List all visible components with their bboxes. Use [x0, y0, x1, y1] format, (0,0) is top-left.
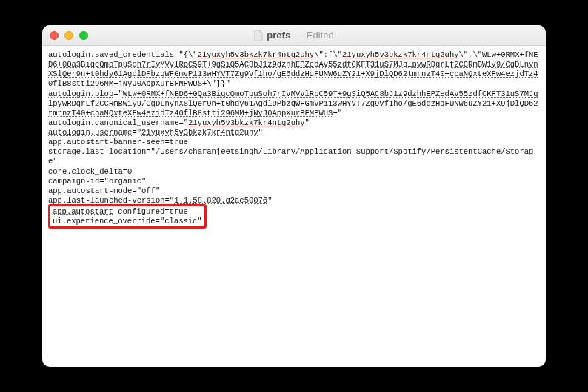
pref-line-override: ui.experience_override="classic" [53, 217, 202, 226]
pref-line: autologin.blob="WLw+0RMX+fNED6+0Qa3BiqcQ… [48, 89, 540, 118]
traffic-lights [42, 31, 88, 40]
pref-line: app.autostart-banner-seen=true [48, 138, 540, 147]
document-name: prefs [267, 30, 290, 41]
pref-line: app.autostart-mode="off" [48, 186, 540, 196]
zoom-button[interactable] [79, 31, 88, 40]
minimize-button[interactable] [64, 31, 73, 40]
pref-line: storage.last-location="/Users/charanjeet… [48, 147, 540, 166]
window-title: prefs — Edited [42, 30, 546, 41]
editor-window: prefs — Edited autologin.saved_credentia… [42, 25, 546, 367]
text-content[interactable]: autologin.saved_credentials="{\"21yuxyh5… [42, 46, 546, 367]
document-icon [254, 30, 263, 41]
pref-line: core.clock_delta=0 [48, 167, 540, 177]
document-status: — Edited [294, 30, 333, 41]
pref-line: campaign-id="organic" [48, 177, 540, 186]
titlebar[interactable]: prefs — Edited [42, 25, 546, 46]
pref-line: autologin.saved_credentials="{\"21yuxyh5… [48, 50, 540, 89]
highlight-region: app.autostart-configured=true ui.experie… [48, 206, 540, 229]
pref-line: autologin.canonical_username="21yuxyh5v3… [48, 118, 540, 128]
close-button[interactable] [50, 31, 59, 40]
pref-line: autologin.username="21yuxyh5v3bkzk7kr4nt… [48, 128, 540, 138]
pref-line: app.autostart-configured=true [53, 207, 202, 217]
highlighted-lines: app.autostart-configured=true ui.experie… [48, 204, 207, 229]
